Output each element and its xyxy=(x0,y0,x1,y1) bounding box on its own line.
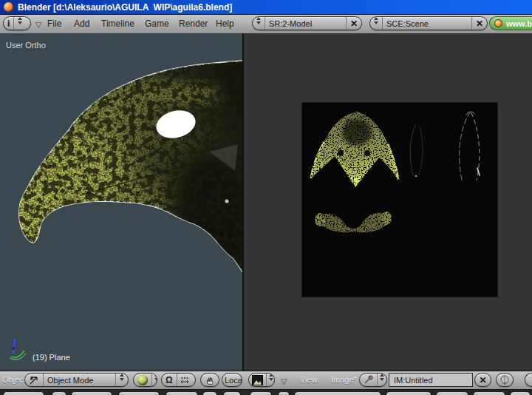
menu-game[interactable]: Game xyxy=(145,18,169,29)
object-menu[interactable]: Object xyxy=(2,375,26,384)
textured-draw-icon xyxy=(137,375,148,385)
header-collapse-icon[interactable]: ▽ xyxy=(281,377,287,386)
buttons-window-top-strip xyxy=(0,390,532,395)
view-mode-label: User Ortho xyxy=(6,41,46,50)
uv-texture-image xyxy=(302,103,497,297)
image-delete-button[interactable]: ✕ xyxy=(474,373,491,387)
weblink-button[interactable]: www.b xyxy=(489,16,532,30)
clipped-panel-button[interactable] xyxy=(386,391,432,395)
pack-image-button[interactable] xyxy=(496,373,514,387)
mode-selector[interactable]: Object Mode xyxy=(24,373,129,387)
clipped-panel-button[interactable] xyxy=(3,391,44,395)
clipped-panel-button[interactable] xyxy=(510,391,531,395)
image-browse-button[interactable] xyxy=(359,373,387,387)
clipped-panel-button[interactable] xyxy=(202,391,217,395)
image-editor-icon xyxy=(252,375,263,385)
clipped-header-button[interactable] xyxy=(525,373,532,387)
viewport-3d-header: Object Object Mode Ω Loca xyxy=(0,371,244,390)
draw-type-selector[interactable] xyxy=(133,373,157,387)
image-name-field[interactable]: IM:Untitled xyxy=(389,373,473,387)
weblink-label: www.b xyxy=(506,19,532,28)
clipped-panel-button[interactable] xyxy=(473,391,505,395)
object-mode-icon xyxy=(25,374,43,386)
clipped-panel-button[interactable] xyxy=(223,391,241,395)
hand-icon xyxy=(205,375,215,385)
window-type-updown[interactable] xyxy=(13,17,26,30)
scene-delete-button[interactable]: ✕ xyxy=(471,17,487,30)
brush-icon xyxy=(360,374,377,386)
screen-delete-button[interactable]: ✕ xyxy=(346,17,361,30)
clipped-panel-button[interactable] xyxy=(278,391,290,395)
menu-help[interactable]: Help xyxy=(216,18,234,29)
screen-selector[interactable]: SR:2-Model ✕ xyxy=(252,16,362,30)
orientation-selector[interactable]: Loca xyxy=(222,373,242,387)
clipped-panel-button[interactable] xyxy=(250,391,272,395)
uv-image-canvas[interactable] xyxy=(302,103,497,297)
pivot-icon: Ω xyxy=(166,375,173,385)
menu-timeline[interactable]: Timeline xyxy=(101,18,134,29)
mode-updown[interactable] xyxy=(115,374,128,386)
screen-browse-updown[interactable] xyxy=(253,17,265,30)
clipped-panel-button[interactable] xyxy=(52,391,66,395)
eagle-head-model[interactable] xyxy=(0,33,242,371)
clipped-panel-button[interactable] xyxy=(436,391,468,395)
menu-render[interactable]: Render xyxy=(179,18,208,29)
info-window-icon: i xyxy=(4,17,13,30)
pack-icon xyxy=(499,375,510,385)
pivot-selector[interactable]: Ω xyxy=(162,374,177,386)
uv-editor-header: ▽ View Image* IM:Untitled ✕ xyxy=(244,371,532,390)
uv-image-menu[interactable]: Image* xyxy=(331,375,357,384)
orientation-label: Loca xyxy=(222,374,242,386)
uv-image-editor[interactable] xyxy=(244,33,532,371)
screen-name[interactable]: SR:2-Model xyxy=(265,17,346,30)
scene-name[interactable]: SCE:Scene xyxy=(382,17,471,30)
header-collapse-icon[interactable]: ▽ xyxy=(35,20,41,30)
manipulator-toggle[interactable] xyxy=(200,373,219,387)
selected-object-label: (19) Plane xyxy=(33,353,70,362)
mini-axis-gizmo xyxy=(5,337,29,363)
clipped-panel-button[interactable] xyxy=(166,391,198,395)
move-centers-toggle[interactable] xyxy=(177,374,192,386)
window-type-button[interactable]: i xyxy=(3,16,31,30)
viewport-3d[interactable]: User Ortho (19) Plane xyxy=(0,33,244,371)
object-center-dot xyxy=(225,200,229,203)
clipped-panel-button[interactable] xyxy=(71,391,112,395)
menu-file[interactable]: File xyxy=(47,18,61,29)
window-titlebar[interactable]: Blender [d:\Aleksaurio\AGUILA WIP\aguila… xyxy=(0,0,532,15)
uv-view-menu[interactable]: View xyxy=(300,375,318,384)
pivot-group[interactable]: Ω xyxy=(161,373,196,387)
close-icon: ✕ xyxy=(479,375,486,385)
window-title: Blender [d:\Aleksaurio\AGUILA WIP\aguila… xyxy=(18,2,232,13)
main-header-bar: i ▽ File Add Timeline Game Render Help S… xyxy=(0,14,532,34)
scene-selector[interactable]: SCE:Scene ✕ xyxy=(369,16,488,30)
scene-browse-updown[interactable] xyxy=(370,17,382,30)
clipped-panel-button[interactable] xyxy=(118,391,160,395)
close-icon: ✕ xyxy=(476,18,483,29)
world-dot-icon xyxy=(494,19,502,27)
uv-window-type-button[interactable] xyxy=(248,373,275,387)
move-centers-icon xyxy=(180,376,189,385)
blender-logo-icon xyxy=(4,2,13,12)
clipped-panel-button[interactable] xyxy=(294,391,381,395)
uv-island-eye-rings xyxy=(410,112,480,180)
mode-label: Object Mode xyxy=(43,374,115,386)
menu-add[interactable]: Add xyxy=(74,18,89,29)
uv-island-jaw xyxy=(315,212,392,232)
close-icon: ✕ xyxy=(350,18,358,29)
image-name: IM:Untitled xyxy=(394,376,433,385)
